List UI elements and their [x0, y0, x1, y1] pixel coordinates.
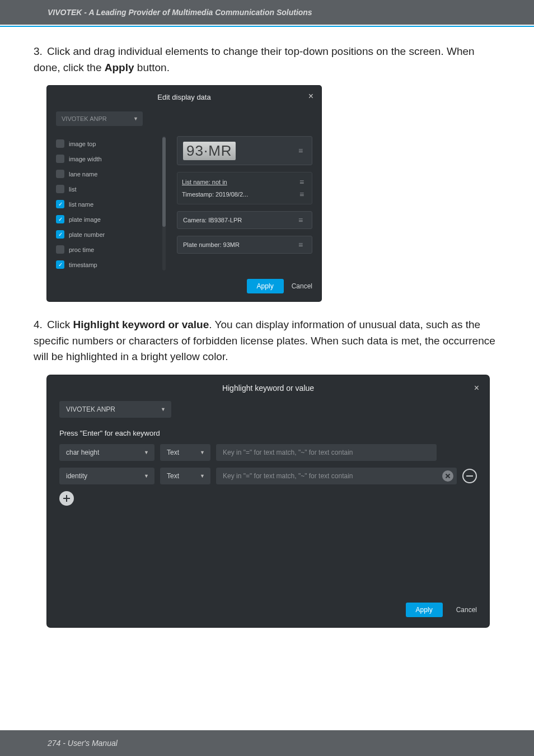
rule-field-select[interactable]: identity ▼ [59, 468, 154, 484]
highlight-keyword-dialog: Highlight keyword or value × VIVOTEK ANP… [47, 375, 489, 627]
rule-keyword-input[interactable]: Key in "=" for text match, "~" for text … [216, 444, 437, 461]
checkbox-icon[interactable] [56, 155, 64, 163]
list-item[interactable]: image top [56, 136, 162, 151]
step-4-bold: Highlight keyword or value [73, 319, 209, 330]
list-item-label: proc time [69, 246, 94, 253]
dialog1-titlebar: Edit display data × [47, 86, 321, 108]
list-item-label: plate image [69, 216, 101, 223]
step-4-text-1: Click [47, 319, 73, 330]
page-footer: 274 - User's Manual [0, 730, 534, 756]
chevron-down-icon: ▼ [144, 450, 149, 455]
list-item-label: list name [69, 201, 93, 208]
drag-handle-icon[interactable]: ≡ [299, 190, 307, 199]
preview-listname-label: List name: not in [182, 179, 227, 185]
chevron-down-icon: ▼ [144, 473, 149, 479]
apply-button[interactable]: Apply [247, 279, 284, 293]
rule-type-select[interactable]: Text ▼ [160, 444, 210, 461]
checkbox-icon[interactable] [56, 185, 64, 193]
rule-field-select[interactable]: char height ▼ [59, 444, 154, 461]
dialog1-source-value: VIVOTEK ANPR [62, 115, 107, 122]
preview-timestamp-label: Timestamp: 2019/08/2... [182, 191, 248, 198]
keyword-rule-row: identity ▼ Text ▼ Key in "=" for text ma… [59, 468, 477, 484]
dialog2-source-value: VIVOTEK ANPR [66, 405, 115, 413]
preview-platenum-card[interactable]: Plate number: 93MR ≡ [177, 236, 312, 254]
list-item[interactable]: lane name [56, 166, 162, 181]
dialog1-field-list: image top image width lane name list ✓li… [56, 136, 162, 277]
step-3-text-1: Click and drag individual elements to ch… [34, 45, 475, 73]
rule-field-value: identity [66, 472, 87, 480]
remove-rule-button[interactable] [462, 469, 477, 483]
drag-handle-icon[interactable]: ≡ [299, 178, 307, 186]
list-item[interactable]: ✓list name [56, 197, 162, 212]
page-footer-text: 274 - User's Manual [48, 739, 118, 748]
list-item-label: image top [69, 141, 96, 147]
drag-handle-icon[interactable]: ≡ [298, 216, 306, 225]
preview-camera-card[interactable]: Camera: IB9387-LPR ≡ [177, 211, 312, 229]
keyword-rule-row: char height ▼ Text ▼ Key in "=" for text… [59, 444, 477, 461]
apply-button[interactable]: Apply [406, 603, 443, 617]
plus-icon [66, 495, 67, 502]
drag-handle-icon[interactable]: ≡ [298, 240, 306, 249]
minus-icon [466, 475, 473, 477]
checkbox-icon[interactable]: ✓ [56, 200, 64, 208]
preview-camera-label: Camera: IB9387-LPR [183, 217, 242, 223]
rule-type-value: Text [167, 449, 179, 456]
preview-plate-image: 93·MR [183, 142, 236, 160]
preview-listname-timestamp-card[interactable]: List name: not in ≡ Timestamp: 2019/08/2… [177, 172, 312, 204]
step-3-number: 3. [34, 44, 47, 60]
list-item[interactable]: ✓timestamp [56, 257, 162, 272]
dialog2-source-select[interactable]: VIVOTEK ANPR ▼ [59, 401, 171, 418]
list-item-label: list [69, 186, 76, 193]
dialog2-title: Highlight keyword or value [222, 384, 314, 393]
header-brand-line: VIVOTEK - A Leading Provider of Multimed… [48, 8, 312, 17]
step-3-text-2: button. [134, 62, 170, 73]
checkbox-icon[interactable] [56, 170, 64, 178]
close-icon[interactable]: × [308, 91, 313, 101]
step-3-paragraph: 3.Click and drag individual elements to … [34, 44, 500, 76]
checkbox-icon[interactable]: ✓ [56, 230, 64, 239]
list-item[interactable]: ✓plate image [56, 212, 162, 227]
close-icon[interactable]: × [474, 383, 479, 393]
list-item-label: lane name [69, 171, 97, 178]
checkbox-icon[interactable] [56, 139, 64, 148]
rule-keyword-input[interactable]: Key in "=" for text match, "~" for text … [216, 468, 457, 484]
list-item[interactable]: list [56, 181, 162, 197]
rule-keyword-placeholder: Key in "=" for text match, "~" for text … [223, 472, 353, 480]
list-item-label: timestamp [69, 262, 97, 268]
step-3-bold: Apply [105, 62, 134, 73]
step-4-paragraph: 4.Click Highlight keyword or value. You … [34, 317, 500, 365]
preview-platenum-label: Plate number: 93MR [183, 241, 240, 248]
chevron-down-icon: ▼ [200, 450, 205, 455]
dialog1-preview-pane: 93·MR ≡ List name: not in ≡ Timestamp: 2… [162, 136, 312, 277]
page-header: VIVOTEK - A Leading Provider of Multimed… [0, 0, 534, 25]
rule-type-value: Text [167, 472, 179, 480]
rule-field-value: char height [66, 449, 99, 456]
rule-type-select[interactable]: Text ▼ [160, 468, 210, 484]
checkbox-icon[interactable]: ✓ [56, 215, 64, 223]
scrollbar-thumb[interactable] [162, 137, 166, 227]
chevron-down-icon: ▼ [161, 407, 166, 412]
chevron-down-icon: ▼ [200, 473, 205, 479]
list-item-label: image width [69, 156, 102, 162]
list-item-label: plate number [69, 231, 105, 238]
list-item[interactable]: proc time [56, 242, 162, 257]
dialog1-source-select[interactable]: VIVOTEK ANPR ▼ [56, 111, 143, 126]
checkbox-icon[interactable]: ✓ [56, 260, 64, 269]
chevron-down-icon: ▼ [133, 116, 138, 122]
checkbox-icon[interactable] [56, 245, 64, 254]
cancel-button[interactable]: Cancel [292, 282, 312, 290]
cancel-button[interactable]: Cancel [456, 606, 477, 614]
list-item[interactable]: ✓plate number [56, 227, 162, 242]
add-rule-button[interactable] [59, 491, 74, 506]
preview-plate-image-card[interactable]: 93·MR ≡ [177, 136, 312, 165]
rule-keyword-placeholder: Key in "=" for text match, "~" for text … [223, 449, 353, 456]
dialog2-subtitle: Press "Enter" for each keyword [59, 429, 477, 437]
dialog2-titlebar: Highlight keyword or value × [47, 375, 489, 401]
scrollbar-track[interactable] [162, 136, 166, 270]
dialog1-title: Edit display data [157, 93, 210, 101]
drag-handle-icon[interactable]: ≡ [298, 146, 306, 155]
clear-icon[interactable] [442, 470, 453, 482]
step-4-number: 4. [34, 317, 47, 333]
edit-display-data-dialog: Edit display data × VIVOTEK ANPR ▼ image… [47, 86, 321, 301]
list-item[interactable]: image width [56, 151, 162, 166]
